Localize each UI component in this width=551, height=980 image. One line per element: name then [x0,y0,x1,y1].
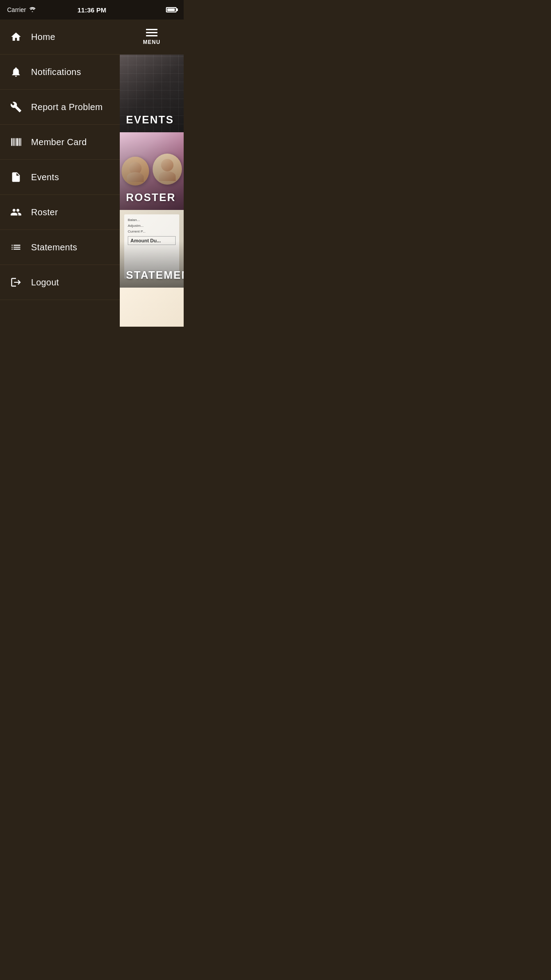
hamburger-line-1 [146,29,157,30]
list-icon [9,240,23,254]
sidebar-label-home: Home [31,32,55,42]
home-icon [9,30,23,44]
svg-rect-1 [12,138,13,146]
carrier-label: Carrier [7,6,26,13]
sidebar-label-roster: Roster [31,207,58,217]
status-carrier: Carrier [7,6,36,13]
sidebar-empty [0,300,120,327]
tiles-container: EVENTS ROSTER Balan... Adjustm... Curren… [120,55,184,327]
svg-rect-2 [14,138,15,146]
tile-fourth[interactable] [120,288,184,327]
people-icon [9,205,23,219]
sidebar-item-notifications[interactable]: Notifications [0,55,120,90]
tile-events-label: EVENTS [126,114,174,126]
hamburger-line-3 [146,35,157,36]
status-time: 11:36 PM [77,6,106,14]
fourth-bg [120,288,184,327]
sidebar-label-logout: Logout [31,277,59,288]
hamburger-line-2 [146,32,157,33]
sidebar-label-member-card: Member Card [31,137,87,147]
top-menu-area: MENU [120,20,184,55]
tile-statements[interactable]: Balan... Adjustm... Current P... Amount … [120,210,184,288]
sidebar-item-statements[interactable]: Statements [0,230,120,265]
svg-rect-6 [20,138,20,146]
exit-icon [9,275,23,289]
svg-rect-7 [21,138,21,146]
svg-rect-4 [16,138,18,146]
document-icon [9,170,23,184]
svg-rect-5 [18,138,19,146]
sidebar-label-report: Report a Problem [31,102,103,112]
bell-icon [9,65,23,79]
sidebar-label-statements: Statements [31,242,77,253]
sidebar-item-events[interactable]: Events [0,160,120,195]
sidebar: Home Notifications Report a Problem [0,20,120,327]
sidebar-item-report-problem[interactable]: Report a Problem [0,90,120,125]
right-panel: MENU EVENTS ROSTER [120,20,184,327]
svg-rect-0 [11,138,12,146]
sidebar-item-logout[interactable]: Logout [0,265,120,300]
tile-statements-label: STATEMENTS [126,269,184,281]
tile-events[interactable]: EVENTS [120,55,184,132]
hamburger-icon [146,29,157,36]
tile-roster-label: ROSTER [126,191,176,204]
sidebar-item-home[interactable]: Home [0,20,120,55]
wifi-icon [29,7,36,13]
barcode-icon [9,135,23,149]
menu-text: MENU [143,39,160,45]
wrench-icon [9,100,23,114]
svg-rect-3 [16,138,16,146]
sidebar-item-member-card[interactable]: Member Card [0,125,120,160]
status-battery [166,7,177,12]
status-bar: Carrier 11:36 PM [0,0,184,20]
app-container: Home Notifications Report a Problem [0,20,184,327]
sidebar-label-notifications: Notifications [31,67,81,77]
sidebar-label-events: Events [31,172,59,182]
battery-icon [166,7,177,12]
tile-roster[interactable]: ROSTER [120,132,184,210]
sidebar-item-roster[interactable]: Roster [0,195,120,230]
menu-button[interactable]: MENU [143,29,160,45]
